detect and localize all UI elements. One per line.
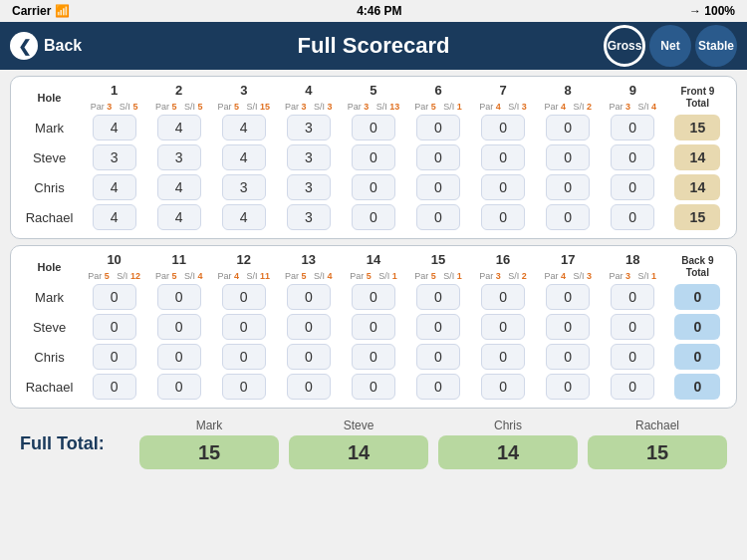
front9-score-box: 4 xyxy=(157,204,201,230)
status-bar: Carrier 📶 4:46 PM → 100% xyxy=(0,0,747,22)
back9-player-name: Mark xyxy=(17,282,82,312)
back9-score-cell[interactable]: 0 xyxy=(601,342,665,372)
back9-score-cell[interactable]: 0 xyxy=(601,372,665,402)
back9-score-box: 0 xyxy=(481,374,525,400)
back9-score-cell[interactable]: 0 xyxy=(341,312,405,342)
front9-score-cell[interactable]: 4 xyxy=(146,202,211,232)
back-button[interactable]: ❮ Back xyxy=(10,32,82,60)
back9-score-cell[interactable]: 0 xyxy=(276,282,341,312)
front9-score-cell[interactable]: 3 xyxy=(276,113,341,142)
front9-score-cell[interactable]: 0 xyxy=(471,202,536,232)
front9-score-cell[interactable]: 0 xyxy=(601,142,665,172)
back9-score-cell[interactable]: 0 xyxy=(82,342,146,372)
front9-score-cell[interactable]: 0 xyxy=(471,113,536,142)
back9-score-box: 0 xyxy=(93,284,136,310)
back9-score-cell[interactable]: 0 xyxy=(536,312,601,342)
front9-score-cell[interactable]: 0 xyxy=(341,172,405,202)
back9-score-cell[interactable]: 0 xyxy=(82,282,146,312)
front9-score-cell[interactable]: 0 xyxy=(405,172,470,202)
back9-score-box: 0 xyxy=(546,314,590,340)
back9-score-cell[interactable]: 0 xyxy=(146,312,211,342)
back9-score-cell[interactable]: 0 xyxy=(211,342,276,372)
front9-score-cell[interactable]: 0 xyxy=(601,113,665,142)
back9-score-cell[interactable]: 0 xyxy=(341,342,405,372)
back9-score-box: 0 xyxy=(611,284,654,310)
front9-score-cell[interactable]: 4 xyxy=(211,113,276,142)
back9-score-cell[interactable]: 0 xyxy=(471,342,536,372)
front9-score-cell[interactable]: 0 xyxy=(536,172,601,202)
back9-score-cell[interactable]: 0 xyxy=(601,282,665,312)
back9-score-cell[interactable]: 0 xyxy=(471,282,536,312)
front9-score-cell[interactable]: 4 xyxy=(146,172,211,202)
back9-score-cell[interactable]: 0 xyxy=(82,372,146,402)
back9-score-cell[interactable]: 0 xyxy=(471,372,536,402)
front9-score-cell[interactable]: 0 xyxy=(405,113,470,142)
back9-score-cell[interactable]: 0 xyxy=(341,282,405,312)
front9-score-box: 0 xyxy=(416,144,460,170)
front9-score-cell[interactable]: 3 xyxy=(276,142,341,172)
front9-score-cell[interactable]: 0 xyxy=(536,202,601,232)
front9-score-cell[interactable]: 0 xyxy=(341,202,405,232)
back9-score-box: 0 xyxy=(481,344,525,370)
back9-score-cell[interactable]: 0 xyxy=(211,312,276,342)
back9-score-cell[interactable]: 0 xyxy=(146,372,211,402)
gross-button[interactable]: Gross xyxy=(604,25,645,67)
back9-score-cell[interactable]: 0 xyxy=(276,372,341,402)
front9-score-cell[interactable]: 3 xyxy=(276,172,341,202)
front9-section: Hole 1Par 3 S/I 5 2Par 5 S/I 5 3Par 5 S/… xyxy=(10,76,737,239)
back9-score-cell[interactable]: 0 xyxy=(405,342,470,372)
back9-score-cell[interactable]: 0 xyxy=(341,372,405,402)
front9-score-cell[interactable]: 0 xyxy=(405,202,470,232)
back9-score-cell[interactable]: 0 xyxy=(211,372,276,402)
front9-score-cell[interactable]: 4 xyxy=(82,202,146,232)
front9-score-cell[interactable]: 4 xyxy=(146,113,211,142)
back9-score-cell[interactable]: 0 xyxy=(536,282,601,312)
back9-score-box: 0 xyxy=(481,284,525,310)
stable-button[interactable]: Stable xyxy=(695,25,737,67)
front9-score-cell[interactable]: 4 xyxy=(82,172,146,202)
back9-score-cell[interactable]: 0 xyxy=(405,282,470,312)
front9-score-cell[interactable]: 0 xyxy=(405,142,470,172)
front9-hole-4: 4Par 3 S/I 3 xyxy=(276,83,341,113)
back9-score-cell[interactable]: 0 xyxy=(276,342,341,372)
back9-score-cell[interactable]: 0 xyxy=(146,342,211,372)
back9-score-box: 0 xyxy=(287,374,331,400)
back9-score-cell[interactable]: 0 xyxy=(146,282,211,312)
full-total-player-score: 15 xyxy=(139,435,279,469)
front9-score-cell[interactable]: 0 xyxy=(341,142,405,172)
back9-score-cell[interactable]: 0 xyxy=(536,372,601,402)
back9-score-cell[interactable]: 0 xyxy=(471,312,536,342)
back9-score-cell[interactable]: 0 xyxy=(405,372,470,402)
front9-score-cell[interactable]: 0 xyxy=(601,172,665,202)
back9-score-cell[interactable]: 0 xyxy=(211,282,276,312)
front9-score-cell[interactable]: 4 xyxy=(211,142,276,172)
front9-score-cell[interactable]: 3 xyxy=(211,172,276,202)
front9-score-cell[interactable]: 0 xyxy=(471,172,536,202)
front9-score-cell[interactable]: 3 xyxy=(146,142,211,172)
back9-player-name: Chris xyxy=(17,342,82,372)
back9-hole-10: 10Par 5 S/I 12 xyxy=(82,252,146,282)
full-total-player-name: Chris xyxy=(494,419,522,432)
front9-score-cell[interactable]: 0 xyxy=(536,113,601,142)
back9-total-header: Back 9Total xyxy=(665,252,730,282)
back9-score-cell[interactable]: 0 xyxy=(82,312,146,342)
front9-score-cell[interactable]: 0 xyxy=(341,113,405,142)
front9-hole-label: Hole xyxy=(17,83,82,113)
front9-score-cell[interactable]: 0 xyxy=(536,142,601,172)
full-total-player-name: Rachael xyxy=(635,419,679,432)
front9-score-cell[interactable]: 3 xyxy=(276,202,341,232)
front9-score-cell[interactable]: 4 xyxy=(82,113,146,142)
front9-hole-3: 3Par 5 S/I 15 xyxy=(211,83,276,113)
back9-player-row: Chris0000000000 xyxy=(17,342,730,372)
back9-score-cell[interactable]: 0 xyxy=(405,312,470,342)
front9-score-cell[interactable]: 3 xyxy=(82,142,146,172)
back9-score-cell[interactable]: 0 xyxy=(601,312,665,342)
front9-score-cell[interactable]: 4 xyxy=(211,202,276,232)
back9-score-cell[interactable]: 0 xyxy=(536,342,601,372)
front9-score-cell[interactable]: 0 xyxy=(471,142,536,172)
net-button[interactable]: Net xyxy=(649,25,691,67)
back9-player-row: Rachael0000000000 xyxy=(17,372,730,402)
back9-score-cell[interactable]: 0 xyxy=(276,312,341,342)
front9-score-cell[interactable]: 0 xyxy=(601,202,665,232)
front9-score-box: 0 xyxy=(546,144,590,170)
